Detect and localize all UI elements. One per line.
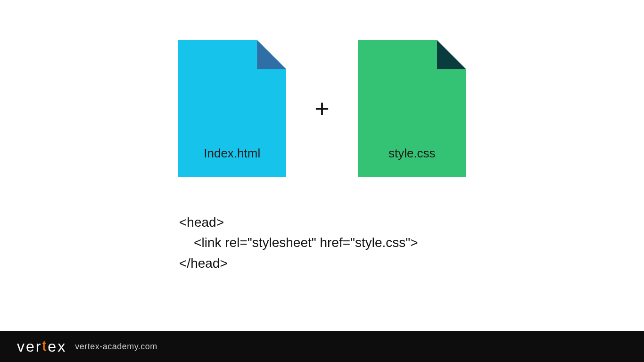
footer-url: vertex-academy.com [75,342,157,352]
brand-logo: vertex [17,338,66,355]
files-row: Index.html + style.css [0,40,644,177]
brand-text-accent: t [42,337,48,354]
file-css-label: style.css [358,146,466,161]
file-html-label: Index.html [178,146,286,161]
code-line: <head> [179,215,224,230]
brand-text-pre: ver [17,338,42,355]
file-css: style.css [358,40,466,177]
diagram-stage: Index.html + style.css <head> <link rel=… [0,0,644,362]
code-snippet: <head> <link rel="stylesheet" href="styl… [179,212,418,273]
code-line: </head> [179,256,228,271]
footer-bar: vertex vertex-academy.com [0,331,644,362]
file-fold-icon [437,40,466,69]
file-html: Index.html [178,40,286,177]
file-fold-icon [257,40,286,69]
plus-icon: + [314,96,330,121]
code-line: <link rel="stylesheet" href="style.css"> [179,235,418,250]
brand-text-post: ex [48,338,66,355]
